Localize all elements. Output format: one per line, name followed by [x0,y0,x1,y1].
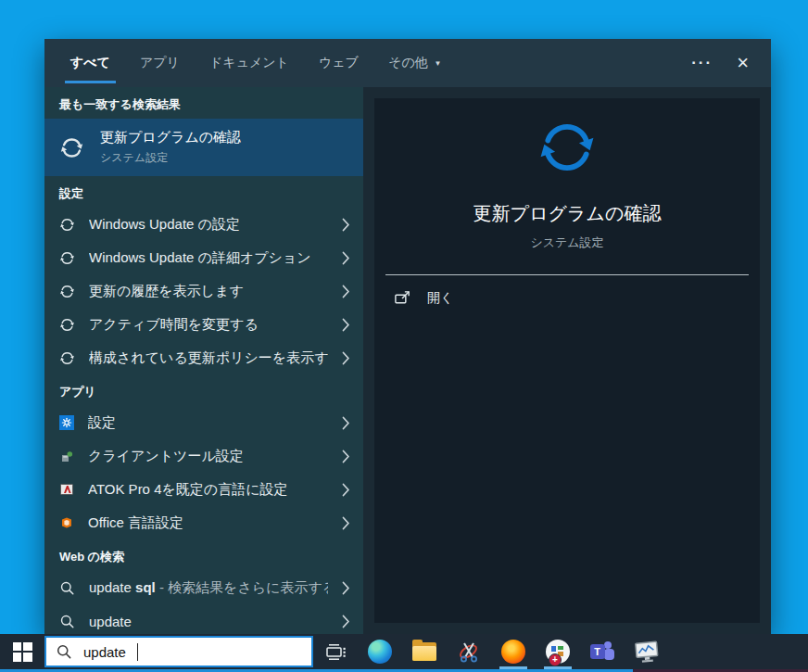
sync-icon [59,317,75,333]
chevron-right-icon [342,581,350,595]
sync-icon-large [537,117,598,178]
chevron-right-icon [342,285,350,298]
web-section-header: Web の検索 [44,539,363,571]
client-tools-icon [59,449,74,463]
search-icon [59,580,75,596]
open-external-icon [394,289,411,307]
plus-badge-icon: + [549,653,562,666]
sync-icon [59,135,84,160]
sync-icon [59,250,75,266]
result-active-hours[interactable]: アクティブ時間を変更する [44,308,363,341]
chevron-right-icon [342,416,350,430]
taskbar-app-edge[interactable] [358,634,402,669]
result-windows-update-settings[interactable]: Windows Update の設定 [44,208,363,241]
best-match-subtitle: システム設定 [100,150,241,166]
sync-icon [59,217,75,233]
tab-more[interactable]: その他 ▼ [388,39,442,87]
chevron-right-icon [342,450,350,463]
chevron-right-icon [342,483,350,497]
result-web-update-sql[interactable]: update sql - 検索結果をさらに表示する [44,571,363,604]
chevron-right-icon [342,516,350,530]
taskbar-app-file-explorer[interactable] [402,634,447,669]
tab-web[interactable]: ウェブ [319,39,359,87]
search-icon [56,643,72,660]
firefox-icon [501,640,525,664]
settings-section-header: 設定 [44,176,363,208]
taskbar: update [0,634,808,669]
taskbar-app-teams[interactable]: T [580,634,625,669]
sync-icon [59,350,75,366]
tab-documents[interactable]: ドキュメント [209,39,289,87]
result-app-atok[interactable]: ATOK Pro 4を既定の言語に設定 [44,473,363,506]
result-app-client-tools[interactable]: クライアントツール設定 [44,439,363,473]
windows-logo-icon [13,642,32,662]
open-action-label: 開く [427,290,453,307]
search-results-list: 最も一致する検索結果 更新プログラムの確認 システム設定 設定 Windows … [44,87,363,634]
result-web-update[interactable]: update [44,604,363,634]
tab-all[interactable]: すべて [70,39,110,87]
result-app-settings[interactable]: 設定 [44,406,363,439]
search-icon [59,614,75,629]
search-flyout-panel: すべて アプリ ドキュメント ウェブ その他 ▼ ··· × 最も一致する検索結… [44,39,771,634]
taskbar-app-firefox[interactable] [491,634,536,669]
taskbar-app-tiles[interactable]: + [536,634,580,669]
best-match-title: 更新プログラムの確認 [100,129,241,146]
monitor-chart-app-icon [634,639,660,664]
start-button[interactable] [0,634,44,669]
atok-icon [59,482,74,497]
edge-icon [368,640,392,664]
taskbar-search-input[interactable]: update [44,636,313,667]
chevron-right-icon [342,351,350,365]
teams-icon: T [590,640,615,664]
taskbar-search-value: update [83,644,126,660]
chevron-right-icon [342,251,350,265]
result-windows-update-advanced[interactable]: Windows Update の詳細オプション [44,241,363,274]
text-cursor [137,643,138,661]
search-tab-bar: すべて アプリ ドキュメント ウェブ その他 ▼ ··· × [44,39,771,87]
chevron-right-icon [342,615,350,628]
open-action[interactable]: 開く [374,275,760,321]
result-app-office-language[interactable]: Office 言語設定 [44,506,363,539]
result-update-history[interactable]: 更新の履歴を表示します [44,274,363,308]
snipping-tool-icon [457,640,481,664]
best-match-section-header: 最も一致する検索結果 [44,87,363,119]
preview-subtitle: システム設定 [530,235,603,251]
chevron-right-icon [342,218,350,232]
more-options-button[interactable]: ··· [691,54,713,72]
task-view-button[interactable] [313,634,358,669]
best-match-result[interactable]: 更新プログラムの確認 システム設定 [44,119,363,176]
close-button[interactable]: × [737,53,749,73]
result-update-policies[interactable]: 構成されている更新ポリシーを表示する [44,341,363,374]
taskbar-app-monitor[interactable] [625,634,669,669]
office-icon [59,515,74,530]
tiles-app-with-plus-badge-icon: + [546,640,570,664]
settings-gear-icon [59,415,74,430]
chevron-right-icon [342,318,350,332]
task-view-icon [325,642,347,662]
taskbar-app-snipping-tool[interactable] [447,634,491,669]
chevron-down-icon: ▼ [435,59,442,68]
tab-apps[interactable]: アプリ [140,39,180,87]
apps-section-header: アプリ [44,374,363,406]
preview-pane: 更新プログラムの確認 システム設定 開く [363,87,771,634]
sync-icon [59,284,75,299]
file-explorer-icon [412,642,436,661]
preview-title: 更新プログラムの確認 [473,201,662,226]
